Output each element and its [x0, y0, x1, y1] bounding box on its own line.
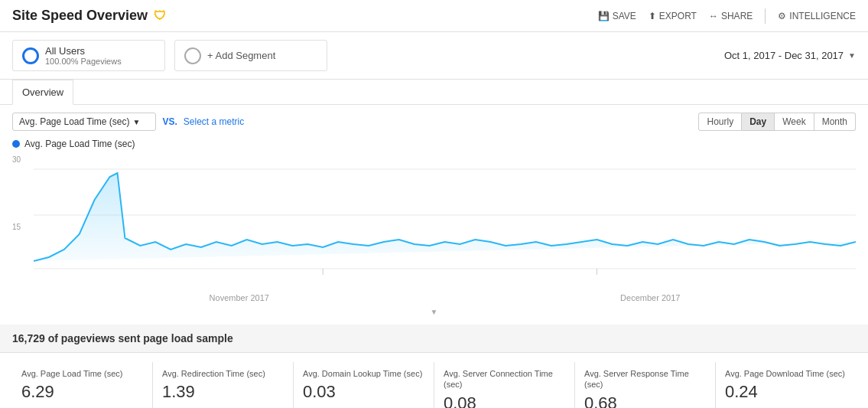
header: Site Speed Overview 🛡 💾 SAVE ⬆ EXPORT ↔ …	[0, 0, 868, 32]
add-segment-button[interactable]: + Add Segment	[174, 40, 327, 71]
segments-bar: All Users 100.00% Pageviews + Add Segmen…	[0, 32, 868, 80]
mini-chart-page-load	[21, 405, 143, 408]
add-segment-circle	[184, 47, 201, 64]
mini-chart-page-download	[725, 405, 847, 408]
header-actions: 💾 SAVE ⬆ EXPORT ↔ SHARE ⚙ INTELLIGENCE	[598, 8, 856, 24]
scroll-hint: ▼	[12, 304, 856, 318]
y-axis-30: 30	[12, 155, 34, 164]
tab-bar: Overview	[0, 80, 868, 105]
date-range-picker[interactable]: Oct 1, 2017 - Dec 31, 2017 ▼	[724, 50, 856, 61]
vs-label: VS.	[162, 116, 177, 127]
page-title: Site Speed Overview 🛡	[12, 8, 166, 24]
metric-card-page-load: Avg. Page Load Time (sec) 6.29	[12, 362, 153, 408]
share-button[interactable]: ↔ SHARE	[709, 11, 753, 21]
metric-value: 1.39	[162, 382, 284, 402]
metric-card-domain-lookup: Avg. Domain Lookup Time (sec) 0.03	[294, 362, 434, 408]
chart-controls: Avg. Page Load Time (sec) ▼ VS. Select a…	[0, 105, 868, 139]
intelligence-button[interactable]: ⚙ INTELLIGENCE	[778, 11, 856, 21]
x-axis-labels: November 2017 December 2017	[12, 292, 856, 304]
chart-container: Avg. Page Load Time (sec) 30 15	[0, 139, 868, 318]
metric-value: 6.29	[21, 382, 143, 402]
metric-label: Avg. Redirection Time (sec)	[162, 368, 284, 379]
week-button[interactable]: Week	[775, 113, 814, 131]
intelligence-icon: ⚙	[778, 11, 786, 21]
scroll-down-icon: ▼	[431, 308, 438, 316]
export-icon: ⬆	[649, 11, 656, 21]
metric-dropdown[interactable]: Avg. Page Load Time (sec) ▼	[12, 113, 156, 131]
legend-dot	[12, 140, 20, 148]
segment-indicator	[22, 47, 39, 64]
select-metric-link[interactable]: Select a metric	[184, 116, 244, 127]
divider	[765, 8, 766, 24]
shield-icon: 🛡	[154, 9, 166, 23]
export-button[interactable]: ⬆ EXPORT	[649, 11, 697, 21]
metric-card-server-connection: Avg. Server Connection Time (sec) 0.08	[434, 362, 575, 408]
segments-left: All Users 100.00% Pageviews + Add Segmen…	[12, 40, 327, 71]
metric-label: Avg. Server Response Time (sec)	[584, 368, 706, 390]
mini-chart-domain-lookup	[303, 405, 424, 408]
metric-card-page-download: Avg. Page Download Time (sec) 0.24	[716, 362, 856, 408]
day-button[interactable]: Day	[742, 113, 775, 131]
metric-card-server-response: Avg. Server Response Time (sec) 0.68	[575, 362, 716, 408]
save-button[interactable]: 💾 SAVE	[598, 11, 636, 21]
metric-value: 0.03	[303, 382, 424, 402]
metric-label: Avg. Page Load Time (sec)	[21, 368, 143, 379]
dropdown-caret: ▼	[133, 118, 141, 126]
hourly-button[interactable]: Hourly	[698, 113, 742, 131]
time-buttons: Hourly Day Week Month	[698, 113, 856, 131]
chart-svg	[34, 154, 856, 292]
legend-label: Avg. Page Load Time (sec)	[24, 139, 135, 149]
metric-label: Avg. Page Download Time (sec)	[725, 368, 847, 379]
segment-info: All Users 100.00% Pageviews	[45, 45, 122, 66]
all-users-segment[interactable]: All Users 100.00% Pageviews	[12, 40, 165, 71]
metric-value: 0.24	[725, 382, 847, 402]
chart-legend: Avg. Page Load Time (sec)	[12, 139, 856, 149]
tab-overview[interactable]: Overview	[12, 80, 73, 105]
y-axis-15: 15	[12, 223, 34, 231]
metrics-row: Avg. Page Load Time (sec) 6.29 Avg. Redi…	[0, 352, 868, 408]
metric-card-redirection: Avg. Redirection Time (sec) 1.39	[153, 362, 294, 408]
date-range-caret: ▼	[848, 51, 856, 60]
title-text: Site Speed Overview	[12, 8, 148, 24]
metric-value: 0.08	[444, 393, 565, 408]
x-label-nov: November 2017	[210, 293, 269, 302]
metric-label: Avg. Server Connection Time (sec)	[444, 368, 565, 390]
x-label-dec: December 2017	[620, 293, 680, 302]
save-icon: 💾	[598, 11, 610, 21]
mini-chart-redirection	[162, 405, 284, 408]
chart-wrapper: 30 15	[12, 154, 856, 292]
metric-value: 0.68	[584, 393, 706, 408]
metric-selector: Avg. Page Load Time (sec) ▼ VS. Select a…	[12, 113, 244, 131]
pageviews-summary: 16,729 of pageviews sent page load sampl…	[0, 325, 868, 352]
share-icon: ↔	[709, 11, 718, 21]
metric-label: Avg. Domain Lookup Time (sec)	[303, 368, 424, 379]
month-button[interactable]: Month	[814, 113, 856, 131]
